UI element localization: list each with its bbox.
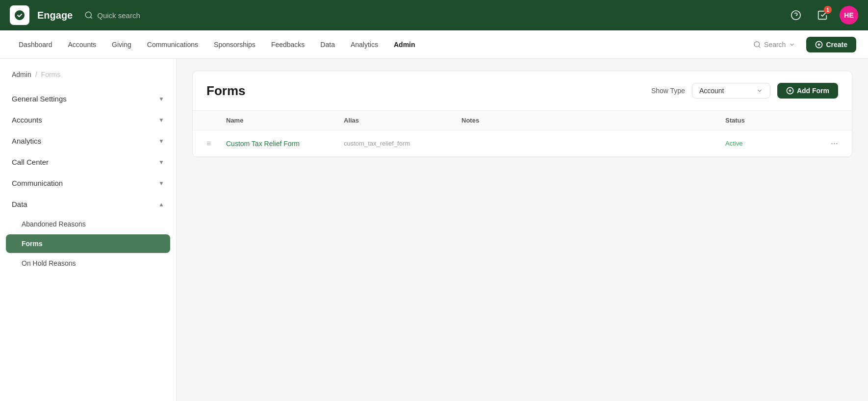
show-type-label: Show Type (651, 87, 685, 95)
sidebar-item-communication[interactable]: Communication ▼ (0, 173, 176, 194)
sidebar-item-general-settings[interactable]: General Settings ▼ (0, 88, 176, 109)
nav-data[interactable]: Data (313, 38, 342, 51)
tasks-badge: 1 (824, 6, 832, 14)
sidebar-item-analytics[interactable]: Analytics ▼ (0, 130, 176, 151)
chevron-down-icon: ▼ (158, 96, 164, 102)
chevron-down-icon (789, 41, 795, 48)
sidebar-sub-abandoned-reasons[interactable]: Abandoned Reasons (0, 215, 176, 233)
app-logo[interactable] (10, 5, 29, 25)
sidebar-sub-forms[interactable]: Forms (6, 234, 170, 253)
user-avatar[interactable]: HE (840, 6, 858, 25)
breadcrumb-admin[interactable]: Admin (12, 71, 31, 78)
chevron-down-icon: ▼ (158, 138, 164, 145)
sidebar-sub-on-hold-reasons[interactable]: On Hold Reasons (0, 254, 176, 273)
add-form-label: Add Form (797, 87, 829, 95)
row-name[interactable]: Custom Tax Relief Form (226, 140, 344, 148)
sidebar-sub-label: On Hold Reasons (22, 259, 76, 267)
sidebar-item-label: Accounts (12, 116, 42, 124)
forms-panel: Forms Show Type Account Add Form (192, 71, 852, 157)
sidebar-item-label: Analytics (12, 137, 41, 145)
svg-point-0 (86, 12, 92, 18)
breadcrumb-current: Forms (41, 71, 61, 78)
content-area: Forms Show Type Account Add Form (177, 59, 868, 401)
nav-giving[interactable]: Giving (105, 38, 138, 51)
show-type-value: Account (699, 87, 724, 95)
sidebar-item-label: Data (12, 200, 27, 208)
col-actions (814, 117, 838, 124)
col-notes: Notes (461, 117, 725, 124)
secondnav-right: Search Create (748, 37, 856, 52)
breadcrumb-separator: / (35, 71, 37, 78)
chevron-down-icon: ▼ (158, 117, 164, 124)
sidebar-item-label: Call Center (12, 158, 49, 166)
nav-feedbacks[interactable]: Feedbacks (264, 38, 311, 51)
row-actions-button[interactable]: ··· (814, 138, 838, 149)
row-status: Active (725, 140, 814, 147)
plus-circle-icon (815, 41, 823, 49)
main-layout: Admin / Forms General Settings ▼ Account… (0, 59, 868, 401)
chevron-down-icon: ▼ (158, 180, 164, 187)
row-alias: custom_tax_relief_form (344, 140, 461, 147)
sidebar-sub-label: Forms (22, 240, 43, 248)
col-alias: Alias (344, 117, 461, 124)
forms-table: Name Alias Notes Status ≡ Custom Tax Rel… (193, 111, 852, 157)
drag-handle-icon[interactable]: ≡ (206, 139, 226, 148)
chevron-down-icon (756, 87, 763, 94)
col-drag (206, 117, 226, 124)
sidebar-breadcrumb: Admin / Forms (0, 71, 176, 88)
topbar-right: 1 HE (787, 6, 858, 25)
table-header: Name Alias Notes Status (193, 111, 852, 130)
nav-admin[interactable]: Admin (387, 38, 422, 51)
help-button[interactable] (787, 6, 805, 25)
nav-analytics[interactable]: Analytics (344, 38, 385, 51)
sidebar-item-call-center[interactable]: Call Center ▼ (0, 151, 176, 173)
chevron-down-icon: ▼ (158, 159, 164, 166)
search-icon (753, 41, 761, 49)
sidebar-item-data[interactable]: Data ▲ (0, 194, 176, 215)
sidebar-sub-label: Abandoned Reasons (22, 220, 86, 228)
tasks-button[interactable]: 1 (813, 6, 832, 25)
col-name: Name (226, 117, 344, 124)
quick-search-btn[interactable]: Quick search (84, 11, 140, 20)
show-type-select[interactable]: Account (692, 83, 770, 99)
plus-circle-icon (786, 87, 794, 95)
create-label: Create (826, 41, 847, 49)
help-icon (791, 10, 801, 21)
col-status: Status (725, 117, 814, 124)
search-button[interactable]: Search (748, 38, 800, 51)
secondary-nav: Dashboard Accounts Giving Communications… (0, 30, 868, 59)
create-button[interactable]: Create (806, 37, 856, 52)
table-row: ≡ Custom Tax Relief Form custom_tax_reli… (193, 130, 852, 157)
topbar: Engage Quick search 1 HE (0, 0, 868, 30)
chevron-up-icon: ▲ (158, 201, 164, 208)
nav-dashboard[interactable]: Dashboard (12, 38, 59, 51)
search-label: Search (764, 41, 786, 49)
quick-search-label: Quick search (97, 11, 140, 20)
nav-sponsorships[interactable]: Sponsorships (207, 38, 262, 51)
forms-header-right: Show Type Account Add Form (651, 83, 838, 99)
sidebar-item-accounts[interactable]: Accounts ▼ (0, 109, 176, 130)
svg-point-2 (754, 42, 760, 47)
add-form-button[interactable]: Add Form (777, 83, 838, 99)
forms-header: Forms Show Type Account Add Form (193, 71, 852, 111)
nav-communications[interactable]: Communications (140, 38, 205, 51)
sidebar-item-label: General Settings (12, 95, 67, 103)
app-brand: Engage (37, 10, 73, 21)
forms-title: Forms (206, 83, 245, 99)
nav-accounts[interactable]: Accounts (61, 38, 103, 51)
sidebar-item-label: Communication (12, 179, 63, 187)
search-icon (84, 11, 93, 20)
sidebar: Admin / Forms General Settings ▼ Account… (0, 59, 177, 401)
